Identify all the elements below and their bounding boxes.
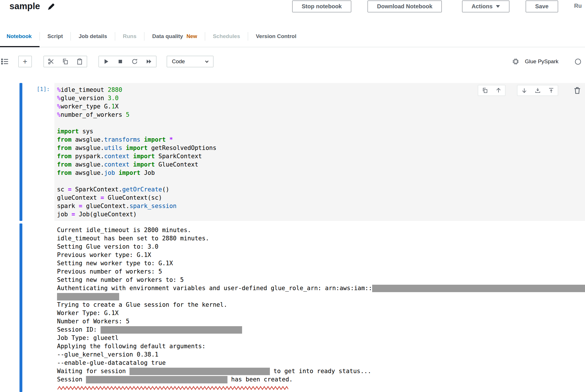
save-button[interactable]: Save [526,1,558,12]
notebook-title: sample [9,1,40,11]
code-line: import sys [57,127,585,136]
list-icon [1,57,9,66]
scissors-icon [48,58,54,65]
output-text: Worker Type: G.1X [57,309,119,317]
output-line: Job Type: glueetl [57,334,585,342]
add-cell-group: + [18,56,32,67]
move-cell-down-button[interactable] [517,85,531,96]
output-line: Worker Type: G.1X [57,309,585,317]
output-line: --glue_kernel_version 0.38.1 [57,351,585,359]
tab-version-control[interactable]: Version Control [248,26,304,47]
download-notebook-button[interactable]: Download Notebook [368,1,442,12]
cell-output: Current idle_timeout is 2800 minutes.idl… [54,223,585,392]
input-cell-collapser[interactable] [19,83,22,221]
run-button-partial[interactable]: Ru [574,3,582,9]
code-line: from awsglue.utils import getResolvedOpt… [57,144,585,152]
tab-label: Notebook [7,33,32,39]
restart-kernel-button[interactable] [127,56,142,67]
cell-type-value: Code [172,58,185,65]
output-text: Setting new number of workers to: 5 [57,276,184,284]
output-cell-collapser[interactable] [19,223,22,392]
redaction-block [129,368,270,375]
insert-cell-above-button[interactable] [531,85,544,96]
cut-cell-button[interactable] [44,56,58,67]
output-text: has been created. [227,375,293,384]
tab-notebook[interactable]: Notebook [0,26,40,47]
tab-label: Script [48,33,63,39]
fast-forward-icon [146,58,152,65]
code-line: from awsglue.job import Job [57,169,585,177]
download-to-tray-icon [535,87,541,94]
code-line: %idle_timeout 2880 [57,86,585,94]
output-text: --glue_kernel_version 0.38.1 [57,351,158,359]
output-text: Previous worker type: G.1X [57,251,151,259]
output-line [57,292,585,301]
actions-button[interactable]: Actions [462,1,509,12]
output-text: Setting new worker type to: G.1X [57,259,173,268]
code-line: glueContext = GlueContext(sc) [57,194,585,202]
code-editor[interactable]: %idle_timeout 2880%glue_version 3.0%work… [54,83,585,221]
tab-runs[interactable]: Runs [115,26,144,47]
output-line: --enable-glue-datacatalog true [57,359,585,367]
code-line: spark = glueContext.spark_session [57,202,585,210]
stop-notebook-button[interactable]: Stop notebook [292,1,351,12]
output-line: Setting new worker type to: G.1X [57,259,585,268]
tab-label: Schedules [213,33,240,39]
move-cell-up-button[interactable] [492,85,505,96]
output-text: Trying to create a Glue session for the … [57,301,227,309]
new-badge: New [187,33,197,39]
output-text: Setting Glue version to: 3.0 [57,243,158,251]
kernel-selector[interactable]: Glue PySpark [512,55,581,68]
output-line: Setting new number of workers to: 5 [57,276,585,284]
tab-label: Runs [123,33,137,39]
download-notebook-label: Download Notebook [377,3,432,10]
edit-title-button[interactable] [47,2,56,11]
code-line: %number_of_workers 5 [57,111,585,119]
code-line: from pyspark.context import SparkContext [57,152,585,161]
run-all-button[interactable] [142,56,156,67]
output-line: Session has been created. [57,375,585,384]
output-line: Previous number of workers: 5 [57,268,585,276]
restart-icon [131,58,138,65]
redaction-block [86,376,227,383]
output-line: Authenticating with environment variable… [57,284,585,292]
stop-kernel-button[interactable] [113,56,127,67]
redaction-block [57,293,119,300]
insert-cell-below-button[interactable] [544,85,558,96]
table-of-contents-button[interactable] [1,56,11,67]
upload-from-tray-icon [548,87,554,94]
arrow-down-icon [521,87,527,94]
edit-cell-group [44,56,87,67]
trash-icon [573,86,582,95]
output-text: Waiting for session [57,367,129,375]
run-cell-button[interactable] [99,56,113,67]
output-line: idle_timeout has been set to 2880 minute… [57,234,585,243]
code-line: %worker_type G.1X [57,102,585,111]
output-line: Number of Workers: 5 [57,317,585,326]
output-line: Current idle_timeout is 2800 minutes. [57,226,585,234]
output-text: to get into ready status... [270,367,371,375]
tab-label: Data quality [152,33,183,39]
duplicate-cell-button[interactable] [478,85,492,96]
kernel-name-label: Glue PySpark [525,58,558,65]
paste-cell-button[interactable] [72,56,87,67]
tab-schedules[interactable]: Schedules [205,26,248,47]
arrow-up-icon [495,87,502,94]
run-cell-group [99,56,156,67]
kernel-status-indicator [575,59,581,65]
actions-label: Actions [472,3,492,10]
output-line: Applying the following default arguments… [57,342,585,351]
delete-cell-button[interactable] [573,86,583,95]
tab-job-details[interactable]: Job details [71,26,115,47]
copy-cell-button[interactable] [58,56,72,67]
tab-label: Version Control [256,33,296,39]
cell-toolbar-group-b [517,85,558,96]
add-cell-button[interactable]: + [19,56,32,67]
clipboard-icon [76,58,83,65]
tab-data-quality[interactable]: Data qualityNew [144,26,205,47]
cell-toolbar-group-a [478,85,505,96]
tab-script[interactable]: Script [40,26,71,47]
output-text: Authenticating with environment variable… [57,284,372,292]
save-label: Save [535,3,549,10]
cell-type-select[interactable]: Code [167,56,213,67]
